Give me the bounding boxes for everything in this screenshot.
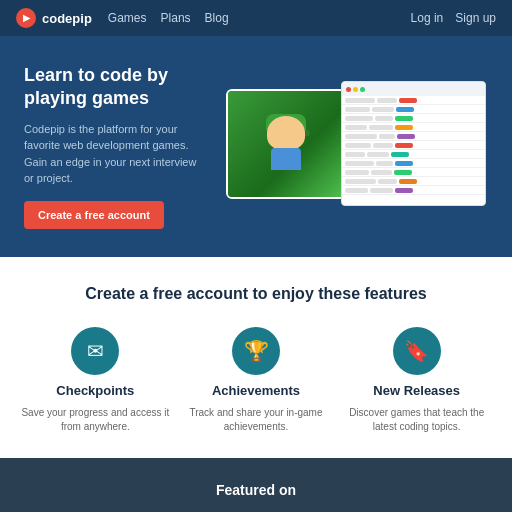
hero-description: Codepip is the platform for your favorit… bbox=[24, 121, 204, 187]
table-row bbox=[342, 123, 485, 132]
checkpoints-desc: Save your progress and access it from an… bbox=[20, 406, 171, 434]
table-row bbox=[342, 132, 485, 141]
featured-heading: Featured on bbox=[20, 482, 492, 498]
create-account-button[interactable]: Create a free account bbox=[24, 201, 164, 229]
hero-section: Learn to code by playing games Codepip i… bbox=[0, 36, 512, 257]
table-row bbox=[342, 96, 485, 105]
table-row bbox=[342, 105, 485, 114]
game-character bbox=[262, 114, 310, 174]
checkpoints-title: Checkpoints bbox=[56, 383, 134, 398]
new-releases-title: New Releases bbox=[373, 383, 460, 398]
dot-yellow bbox=[353, 87, 358, 92]
nav-plans[interactable]: Plans bbox=[161, 11, 191, 25]
site-logo[interactable]: ▶ codepip bbox=[16, 8, 92, 28]
table-row bbox=[342, 186, 485, 195]
table-row bbox=[342, 141, 485, 150]
new-releases-icon: 🔖 bbox=[393, 327, 441, 375]
achievements-desc: Track and share your in-game achievement… bbox=[181, 406, 332, 434]
featured-on-section: Featured on { }CODE ✳ CSS-TRICKS S SMASH… bbox=[0, 458, 512, 512]
feature-new-releases: 🔖 New Releases Discover games that teach… bbox=[341, 327, 492, 434]
screenshot-collage bbox=[226, 81, 486, 211]
table-row bbox=[342, 159, 485, 168]
table-header bbox=[342, 82, 485, 96]
hero-text: Learn to code by playing games Codepip i… bbox=[24, 64, 204, 229]
character-body bbox=[271, 148, 301, 170]
features-grid: ✉ Checkpoints Save your progress and acc… bbox=[20, 327, 492, 434]
nav-blog[interactable]: Blog bbox=[205, 11, 229, 25]
navigation: ▶ codepip Games Plans Blog Log in Sign u… bbox=[0, 0, 512, 36]
table-row bbox=[342, 168, 485, 177]
game-screenshot bbox=[226, 89, 346, 199]
nav-auth: Log in Sign up bbox=[411, 11, 496, 25]
character-head bbox=[267, 116, 305, 150]
table-row bbox=[342, 150, 485, 159]
table-row bbox=[342, 177, 485, 186]
logo-icon: ▶ bbox=[16, 8, 36, 28]
hero-title: Learn to code by playing games bbox=[24, 64, 204, 111]
dot-red bbox=[346, 87, 351, 92]
feature-checkpoints: ✉ Checkpoints Save your progress and acc… bbox=[20, 327, 171, 434]
table-row bbox=[342, 114, 485, 123]
signup-link[interactable]: Sign up bbox=[455, 11, 496, 25]
table-screenshot bbox=[341, 81, 486, 206]
features-heading: Create a free account to enjoy these fea… bbox=[20, 285, 492, 303]
feature-achievements: 🏆 Achievements Track and share your in-g… bbox=[181, 327, 332, 434]
hero-image bbox=[220, 81, 492, 211]
login-link[interactable]: Log in bbox=[411, 11, 444, 25]
new-releases-desc: Discover games that teach the latest cod… bbox=[341, 406, 492, 434]
logo-text: codepip bbox=[42, 11, 92, 26]
achievements-title: Achievements bbox=[212, 383, 300, 398]
dot-green bbox=[360, 87, 365, 92]
nav-games[interactable]: Games bbox=[108, 11, 147, 25]
nav-links: Games Plans Blog bbox=[108, 11, 411, 25]
achievements-icon: 🏆 bbox=[232, 327, 280, 375]
checkpoints-icon: ✉ bbox=[71, 327, 119, 375]
features-section: Create a free account to enjoy these fea… bbox=[0, 257, 512, 458]
